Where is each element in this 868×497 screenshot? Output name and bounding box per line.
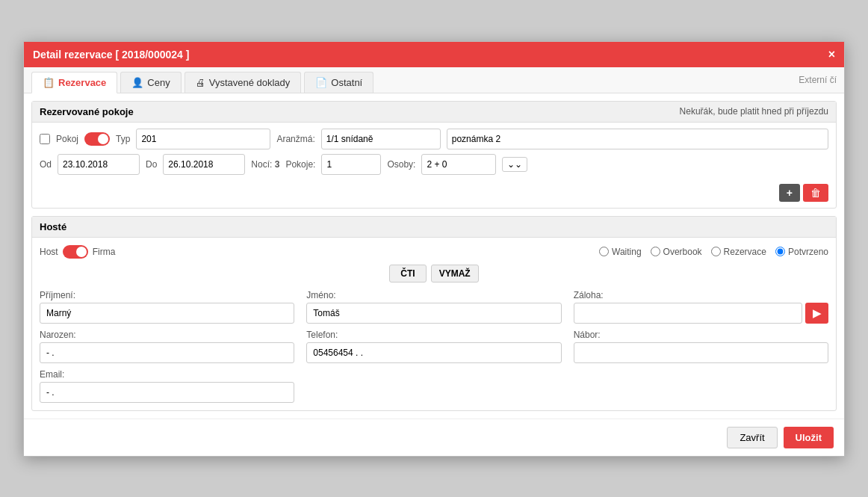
telefon-field: Telefon:	[306, 330, 561, 363]
status-radio-group: Waiting Overbook Rezervace Potvrzeno	[599, 247, 828, 257]
zaloha-select[interactable]	[574, 303, 802, 324]
room-row-top: Pokoj Typ 201 Aranžmá: 1/1 snídaně	[40, 129, 828, 149]
narozen-field: Narozen:	[40, 330, 294, 363]
nabor-label: Nábor:	[574, 330, 828, 340]
nabor-select[interactable]	[574, 342, 828, 363]
poznamka-input[interactable]	[447, 129, 828, 149]
tab-ceny-icon: 👤	[131, 77, 143, 88]
email-field: Email:	[40, 369, 294, 403]
delete-room-button[interactable]: 🗑	[803, 184, 828, 202]
guests-header: Hosté	[32, 217, 836, 238]
zaloha-button[interactable]: ▶	[805, 303, 828, 324]
narozen-input[interactable]	[40, 342, 294, 363]
guests-top-row: Host Firma Waiting Overbook Rez	[40, 245, 828, 259]
prijmeni-input[interactable]	[40, 303, 294, 324]
host-firma-toggle[interactable]	[63, 245, 88, 259]
radio-waiting: Waiting	[599, 247, 642, 257]
radio-potvrzeno-label: Potvrzeno	[788, 247, 828, 257]
typ-label: Typ	[116, 134, 130, 144]
prijmeni-label: Příjmení:	[40, 290, 294, 300]
firma-label: Firma	[93, 247, 116, 257]
jmeno-input[interactable]	[306, 303, 561, 324]
email-label: Email:	[40, 369, 294, 380]
guests-title: Hosté	[40, 221, 66, 232]
tab-ceny[interactable]: 👤 Ceny	[120, 72, 181, 93]
telefon-label: Telefon:	[306, 330, 561, 340]
host-firma-group: Host Firma	[40, 245, 115, 259]
tab-ostatni[interactable]: 📄 Ostatní	[304, 72, 373, 93]
telefon-input[interactable]	[306, 342, 561, 363]
pokoje-input[interactable]	[321, 154, 381, 175]
radio-overbook-label: Overbook	[663, 247, 702, 257]
radio-potvrzeno: Potvrzeno	[775, 247, 828, 257]
email-input[interactable]	[40, 382, 294, 403]
modal-header: Detail rezervace [ 2018/000024 ] ×	[24, 42, 844, 67]
jmeno-field: Jméno:	[306, 290, 561, 324]
reserved-rooms-header: Rezervované pokoje Nekuřák, bude platit …	[32, 102, 836, 123]
radio-rezervace: Rezervace	[711, 247, 766, 257]
guests-section: Hosté Host Firma Waiting Overbook	[31, 216, 837, 411]
room-number-select[interactable]: 201	[136, 129, 270, 149]
cti-row: ČTI VYMAŽ	[40, 265, 828, 283]
radio-overbook: Overbook	[651, 247, 702, 257]
pokoje-label: Pokoje:	[285, 159, 315, 170]
ulozit-button[interactable]: Uložit	[784, 427, 834, 448]
vymaz-button[interactable]: VYMAŽ	[431, 265, 479, 283]
pokoj-label: Pokoj	[56, 134, 78, 144]
jmeno-label: Jméno:	[306, 290, 561, 300]
pokoj-toggle[interactable]	[84, 132, 110, 146]
noci-label: Nocí: 3	[251, 159, 279, 170]
room-row: Pokoj Typ 201 Aranžmá: 1/1 snídaně Od Do…	[32, 123, 836, 181]
radio-potvrzeno-input[interactable]	[775, 247, 785, 256]
host-label: Host	[40, 247, 58, 257]
radio-rezervace-input[interactable]	[711, 247, 721, 256]
radio-waiting-input[interactable]	[599, 247, 609, 256]
add-del-row: + 🗑	[32, 181, 836, 208]
col2: Jméno: Telefon:	[306, 290, 561, 403]
osoby-input[interactable]	[421, 154, 496, 175]
radio-waiting-label: Waiting	[612, 247, 642, 257]
guest-form-grid: Příjmení: Narozen: Email: Jméno:	[40, 290, 828, 403]
do-label: Do	[146, 159, 157, 170]
narozen-label: Narozen:	[40, 330, 294, 340]
close-button[interactable]: ×	[828, 48, 835, 61]
tabs-bar: 📋 Rezervace 👤 Ceny 🖨 Vystavené doklady 📄…	[24, 67, 844, 93]
col1: Příjmení: Narozen: Email:	[40, 290, 294, 403]
od-label: Od	[40, 159, 52, 170]
zavrirt-button[interactable]: Zavřít	[727, 427, 777, 448]
tab-ostatni-icon: 📄	[315, 77, 327, 88]
tabs-left: 📋 Rezervace 👤 Ceny 🖨 Vystavené doklady 📄…	[31, 72, 373, 93]
tab-doklady-icon: 🖨	[196, 77, 205, 88]
cti-button[interactable]: ČTI	[389, 265, 426, 283]
do-input[interactable]	[163, 154, 245, 175]
zaloha-row: ▶	[574, 303, 828, 324]
od-input[interactable]	[58, 154, 140, 175]
nabor-field: Nábor:	[574, 330, 828, 363]
tab-rezervace-icon: 📋	[43, 77, 55, 88]
radio-rezervace-label: Rezervace	[724, 247, 766, 257]
aranzmana-select[interactable]: 1/1 snídaně	[321, 129, 441, 149]
noci-value: 3	[275, 159, 280, 170]
room-checkbox[interactable]	[40, 134, 50, 144]
modal: Detail rezervace [ 2018/000024 ] × 📋 Rez…	[23, 41, 845, 457]
zaloha-label: Záloha:	[574, 290, 828, 300]
col3: Záloha: ▶ Nábor:	[574, 290, 828, 403]
tab-rezervace[interactable]: 📋 Rezervace	[31, 72, 117, 93]
tab-doklady-label: Vystavené doklady	[209, 77, 291, 88]
tab-ostatni-label: Ostatní	[331, 77, 362, 88]
tab-doklady[interactable]: 🖨 Vystavené doklady	[185, 72, 302, 93]
tab-ceny-label: Ceny	[147, 77, 170, 88]
expand-button[interactable]: ⌄⌄	[502, 157, 527, 172]
reserved-rooms-section: Rezervované pokoje Nekuřák, bude platit …	[31, 101, 837, 209]
reserved-rooms-title: Rezervované pokoje	[40, 106, 134, 117]
zaloha-field: Záloha: ▶	[574, 290, 828, 324]
prijmeni-field: Příjmení:	[40, 290, 294, 324]
tab-rezervace-label: Rezervace	[58, 77, 106, 88]
osoby-label: Osoby:	[387, 159, 415, 170]
external-label: Externí čí	[799, 75, 837, 90]
room-row-bottom: Od Do Nocí: 3 Pokoje: Osoby: ⌄⌄	[40, 154, 828, 175]
add-room-button[interactable]: +	[779, 184, 800, 202]
modal-footer: Zavřít Uložit	[24, 419, 844, 456]
modal-title: Detail rezervace [ 2018/000024 ]	[33, 49, 189, 61]
radio-overbook-input[interactable]	[651, 247, 660, 256]
